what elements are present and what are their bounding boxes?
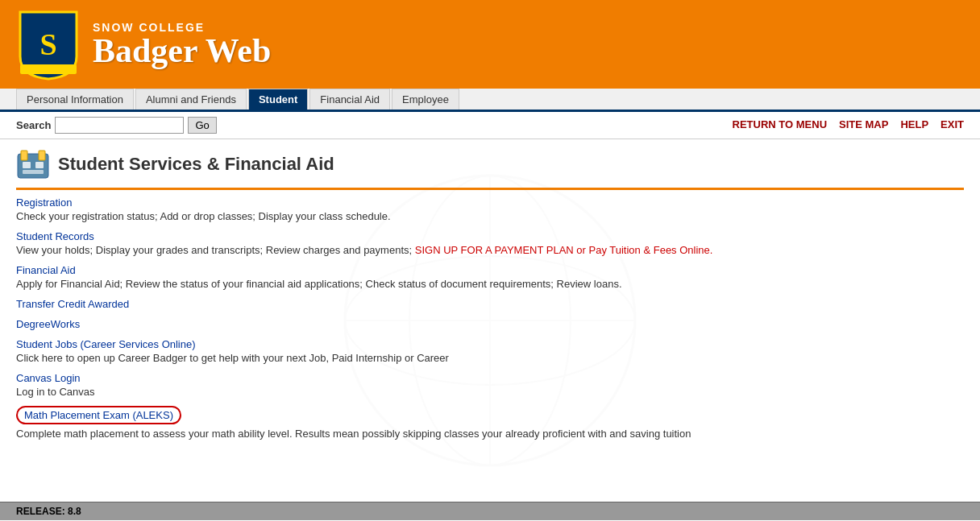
student-services-icon — [16, 147, 50, 181]
search-input[interactable] — [55, 117, 184, 134]
search-go-button[interactable]: Go — [188, 117, 216, 134]
math-placement-desc: Complete math placement to assess your m… — [16, 428, 964, 440]
section-degree-works: DegreeWorks — [16, 318, 964, 330]
math-placement-highlight: Math Placement Exam (ALEKS) — [16, 406, 181, 424]
section-registration: Registration Check your registration sta… — [16, 196, 964, 222]
student-jobs-desc: Click here to open up Career Badger to g… — [16, 352, 964, 364]
registration-desc: Check your registration status; Add or d… — [16, 210, 964, 222]
degree-works-link[interactable]: DegreeWorks — [16, 318, 80, 330]
tab-employee[interactable]: Employee — [392, 89, 459, 110]
student-records-link[interactable]: Student Records — [16, 230, 94, 242]
site-header: S Snow College Badger Web — [0, 0, 980, 89]
school-logo: S — [16, 8, 81, 81]
svg-rect-8 — [21, 151, 27, 160]
section-canvas-login: Canvas Login Log in to Canvas — [16, 372, 964, 398]
tab-financial-aid[interactable]: Financial Aid — [309, 89, 390, 110]
canvas-login-link[interactable]: Canvas Login — [16, 372, 81, 384]
svg-rect-1 — [20, 64, 77, 74]
math-placement-link[interactable]: Math Placement Exam (ALEKS) — [24, 409, 173, 421]
help-link[interactable]: HELP — [900, 118, 928, 130]
section-transfer-credit: Transfer Credit Awarded — [16, 298, 964, 310]
exit-link[interactable]: EXIT — [941, 118, 964, 130]
tab-alumni-and-friends[interactable]: Alumni and Friends — [135, 89, 247, 110]
nav-tabs: Personal Information Alumni and Friends … — [0, 89, 980, 112]
top-links: RETURN TO MENU SITE MAP HELP EXIT — [733, 118, 964, 130]
logo-area: S Snow College Badger Web — [16, 8, 271, 81]
student-records-desc: View your holds; Display your grades and… — [16, 244, 964, 256]
payment-plan-link[interactable]: SIGN UP FOR A PAYMENT PLAN or Pay Tuitio… — [415, 244, 713, 256]
section-student-jobs: Student Jobs (Career Services Online) Cl… — [16, 338, 964, 364]
site-title-area: Snow College Badger Web — [93, 21, 271, 68]
financial-aid-desc: Apply for Financial Aid; Review the stat… — [16, 278, 964, 290]
tab-personal-information[interactable]: Personal Information — [16, 89, 134, 110]
site-name: Badger Web — [93, 34, 271, 68]
financial-aid-link[interactable]: Financial Aid — [16, 264, 76, 276]
transfer-credit-link[interactable]: Transfer Credit Awarded — [16, 298, 129, 310]
site-map-link[interactable]: SITE MAP — [839, 118, 888, 130]
student-jobs-link[interactable]: Student Jobs (Career Services Online) — [16, 338, 196, 350]
tab-student[interactable]: Student — [248, 89, 308, 110]
footer-bar: RELEASE: 8.8 — [0, 502, 980, 520]
main-content: Student Services & Financial Aid Registr… — [0, 139, 980, 502]
canvas-login-desc: Log in to Canvas — [16, 386, 964, 398]
student-records-desc-text: View your holds; Display your grades and… — [16, 244, 412, 256]
svg-rect-9 — [39, 151, 45, 160]
registration-link[interactable]: Registration — [16, 196, 72, 209]
svg-rect-12 — [23, 170, 44, 174]
svg-rect-10 — [23, 162, 31, 168]
release-label: RELEASE: 8.8 — [16, 506, 81, 517]
page-header: Student Services & Financial Aid — [16, 147, 964, 190]
search-bar: Search Go RETURN TO MENU SITE MAP HELP E… — [0, 112, 980, 139]
section-math-placement: Math Placement Exam (ALEKS) Complete mat… — [16, 406, 964, 440]
search-label: Search — [16, 119, 51, 131]
return-to-menu-link[interactable]: RETURN TO MENU — [733, 118, 827, 130]
page-title: Student Services & Financial Aid — [58, 154, 334, 175]
section-financial-aid: Financial Aid Apply for Financial Aid; R… — [16, 264, 964, 290]
svg-text:S: S — [39, 27, 56, 61]
section-student-records: Student Records View your holds; Display… — [16, 230, 964, 256]
svg-rect-11 — [35, 162, 44, 168]
